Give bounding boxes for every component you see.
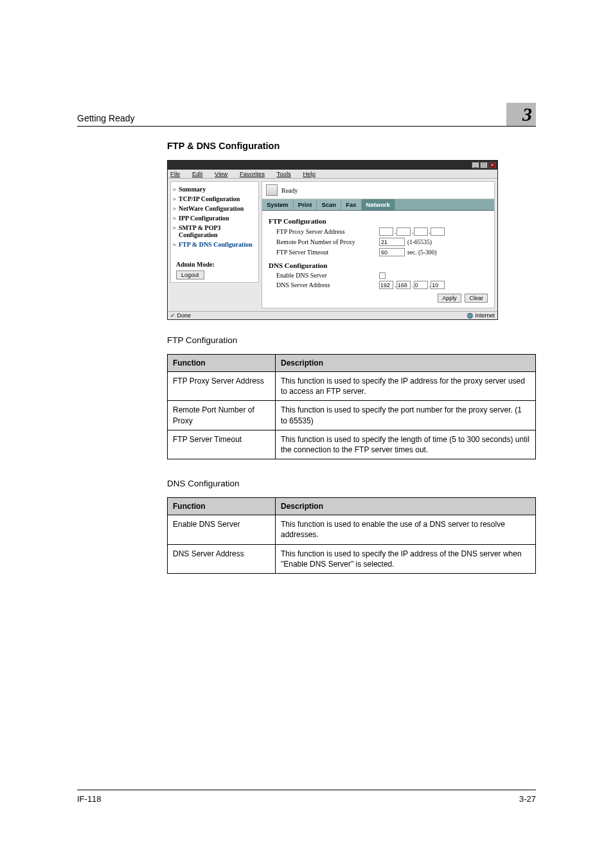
breadcrumb: Getting Ready: [77, 113, 500, 123]
ftp-subheading: FTP Configuration: [167, 335, 536, 345]
chapter-box: 3: [506, 103, 536, 126]
apply-button[interactable]: Apply: [438, 294, 461, 303]
tab-network[interactable]: Network: [362, 199, 395, 210]
minimize-icon[interactable]: _: [472, 162, 479, 168]
tab-system[interactable]: System: [262, 199, 294, 210]
table-row: FTP Proxy Server Address This function i…: [168, 372, 536, 401]
browser-menubar: File Edit View Favorites Tools Help: [168, 170, 497, 179]
embedded-screenshot: _ □ × File Edit View Favorites Tools Hel…: [167, 160, 498, 320]
ftp-timeout-input[interactable]: [379, 248, 405, 256]
page-footer: IF-118 3-27: [77, 790, 536, 804]
printer-icon: [266, 184, 278, 196]
section-title: FTP & DNS Configuration: [167, 141, 536, 151]
ftp-proxy-ip-1[interactable]: [379, 227, 393, 236]
statusbar-left: ✓ Done: [170, 312, 191, 319]
ftp-row1-func: Remote Port Number of Proxy: [168, 401, 276, 430]
dns-ip-2[interactable]: [396, 281, 411, 289]
ftp-row1-desc: This function is used to specify the por…: [276, 401, 536, 430]
sidebar-item-ftp-dns[interactable]: FTP & DNS Configuration: [173, 240, 256, 249]
dns-row1-func: DNS Server Address: [168, 544, 276, 573]
table-row: DNS Server Address This function is used…: [168, 544, 536, 573]
footer-right: 3-27: [519, 794, 536, 804]
tab-scan[interactable]: Scan: [317, 199, 341, 210]
ftp-row2-func: FTP Server Timeout: [168, 430, 276, 459]
sidebar-nav: Summary TCP/IP Configuration NetWare Con…: [170, 181, 259, 283]
table-row: FTP Server Timeout This function is used…: [168, 430, 536, 459]
ftp-th-function: Function: [168, 355, 276, 372]
window-titlebar: _ □ ×: [168, 161, 497, 170]
menu-file[interactable]: File: [170, 170, 185, 177]
ftp-th-description: Description: [276, 355, 536, 372]
remote-port-input[interactable]: [379, 238, 405, 246]
sidebar-item-tcpip[interactable]: TCP/IP Configuration: [173, 194, 256, 204]
tab-fax[interactable]: Fax: [341, 199, 361, 210]
internet-zone-icon: [467, 313, 473, 319]
ftp-timeout-hint: sec. (5-300): [407, 249, 436, 256]
ftp-row0-func: FTP Proxy Server Address: [168, 372, 276, 401]
table-row: Enable DNS Server This function is used …: [168, 515, 536, 544]
done-icon: ✓: [170, 312, 175, 319]
ftp-config-heading: FTP Configuration: [269, 217, 488, 225]
dns-config-table: Function Description Enable DNS Server T…: [167, 497, 536, 574]
sidebar-item-summary[interactable]: Summary: [173, 184, 256, 194]
clear-button[interactable]: Clear: [465, 294, 488, 303]
maximize-icon[interactable]: □: [480, 162, 488, 168]
logout-button[interactable]: Logout: [176, 270, 204, 279]
statusbar-right: Internet: [475, 312, 495, 319]
page-header: Getting Ready 3: [77, 103, 536, 127]
tab-bar: System Print Scan Fax Network: [262, 199, 494, 211]
tab-print[interactable]: Print: [294, 199, 317, 210]
table-row: Remote Port Number of Proxy This functio…: [168, 401, 536, 430]
ftp-config-table: Function Description FTP Proxy Server Ad…: [167, 354, 536, 459]
remote-port-label: Remote Port Number of Proxy: [276, 238, 379, 245]
ftp-proxy-ip-2[interactable]: [396, 227, 411, 236]
ftp-row0-desc: This function is used to specify the IP …: [276, 372, 536, 401]
dns-row0-func: Enable DNS Server: [168, 515, 276, 544]
dns-subheading: DNS Configuration: [167, 479, 536, 488]
menu-edit[interactable]: Edit: [192, 170, 208, 177]
dns-th-function: Function: [168, 498, 276, 515]
dns-row0-desc: This function is used to enable the use …: [276, 515, 536, 544]
enable-dns-checkbox[interactable]: [379, 272, 386, 279]
admin-mode-label: Admin Mode:: [173, 261, 256, 268]
ftp-row2-desc: This function is used to specify the len…: [276, 430, 536, 459]
menu-view[interactable]: View: [215, 170, 233, 177]
ftp-proxy-ip-3[interactable]: [414, 227, 428, 236]
footer-left: IF-118: [77, 794, 102, 804]
sidebar-item-ipp[interactable]: IPP Configuration: [173, 213, 256, 223]
status-text: Ready: [281, 187, 298, 194]
dns-row1-desc: This function is used to specify the IP …: [276, 544, 536, 573]
menu-tools[interactable]: Tools: [277, 170, 296, 177]
dns-ip-1[interactable]: [379, 281, 393, 289]
sidebar-item-netware[interactable]: NetWare Configuration: [173, 204, 256, 213]
browser-statusbar: ✓ Done Internet: [168, 311, 497, 319]
ftp-proxy-ip-4[interactable]: [431, 227, 445, 236]
menu-help[interactable]: Help: [303, 170, 321, 177]
dns-th-description: Description: [276, 498, 536, 515]
enable-dns-label: Enable DNS Server: [276, 272, 379, 279]
status-row: Ready: [262, 182, 494, 199]
dns-ip-4[interactable]: [431, 281, 445, 289]
menu-favorites[interactable]: Favorites: [240, 170, 270, 177]
chapter-number: 3: [506, 103, 532, 125]
sidebar-item-smtp-pop3[interactable]: SMTP & POP3 Configuration: [173, 223, 256, 240]
close-icon[interactable]: ×: [488, 162, 496, 168]
remote-port-hint: (1-65535): [407, 239, 432, 245]
dns-addr-label: DNS Server Address: [276, 281, 379, 288]
ftp-timeout-label: FTP Server Timeout: [276, 249, 379, 256]
ftp-proxy-addr-label: FTP Proxy Server Address: [276, 228, 379, 235]
dns-config-heading: DNS Configuration: [269, 261, 488, 269]
dns-ip-3[interactable]: [414, 281, 428, 289]
